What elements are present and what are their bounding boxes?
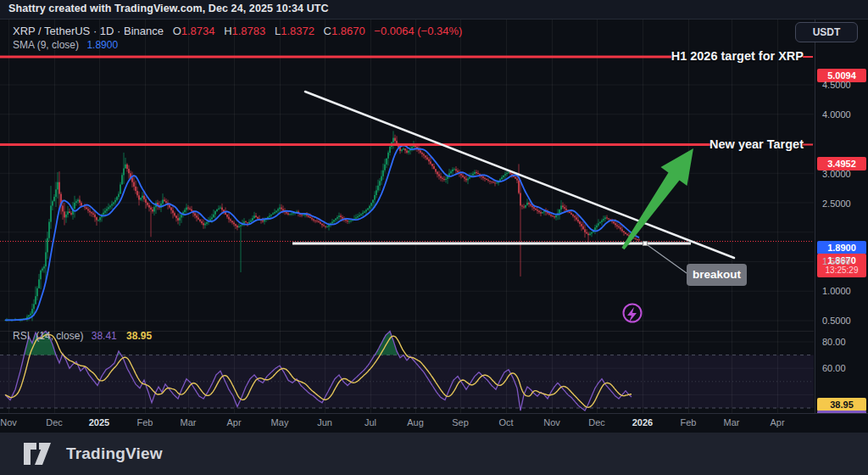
time-axis-tick: Feb xyxy=(670,417,707,428)
price-axis-tick: 80.00 xyxy=(822,336,846,348)
time-axis-tick: Dec xyxy=(578,417,615,428)
target2-annotation-text[interactable]: New year Target xyxy=(709,137,804,151)
open-prefix: O xyxy=(173,25,181,37)
attribution-bar: Shattry created with TradingView.com, De… xyxy=(0,0,868,20)
rsi-value: 38.41 xyxy=(92,330,117,342)
time-axis-tick: Aug xyxy=(397,417,434,428)
rsi-title: RSI xyxy=(13,330,30,342)
time-axis[interactable]: NovDec2025FebMarAprMayJunJulAugSepOctNov… xyxy=(0,413,868,433)
attribution-text: Shattry created with TradingView.com, De… xyxy=(8,3,329,14)
price-axis[interactable]: 5.0094 3.4952 1.8900 1.8670 13:25:29 38.… xyxy=(815,19,868,413)
target1-annotation-text[interactable]: H1 2026 target for XRP xyxy=(671,49,804,63)
symbol-title: XRP / TetherUS · 1D · Binance xyxy=(13,25,164,37)
price-axis-tick: 0.5000 xyxy=(822,315,851,327)
sma-legend: SMA (9, close) 1.8900 xyxy=(13,39,118,51)
tradingview-logo-text: TradingView xyxy=(66,444,163,463)
tradingview-chart-window: Shattry created with TradingView.com, De… xyxy=(0,0,868,475)
price-axis-tick: 3.0000 xyxy=(822,168,851,180)
rsi-params: (14, close) xyxy=(36,330,83,342)
price-axis-tick: 1.0000 xyxy=(822,285,851,297)
change-value: −0.0064 (−0.34%) xyxy=(374,25,462,37)
time-axis-tick: May xyxy=(261,417,298,428)
time-axis-tick: Jun xyxy=(306,417,343,428)
rsi-ma-value: 38.95 xyxy=(126,330,152,342)
time-axis-tick: Apr xyxy=(215,417,253,428)
open-value: 1.8734 xyxy=(181,25,215,37)
time-axis-tick: 2025 xyxy=(81,417,118,428)
time-axis-tick: Nov xyxy=(0,417,27,428)
tradingview-logo-icon xyxy=(24,443,58,465)
price-axis-tick: 4.5000 xyxy=(822,79,851,91)
low-value: 1.8372 xyxy=(281,25,314,37)
time-axis-tick: Jul xyxy=(352,417,389,428)
rsi-ma-axis-label: 38.95 xyxy=(817,398,866,411)
rsi-legend: RSI (14, close) 38.41 38.95 xyxy=(13,330,152,342)
chart-canvas[interactable] xyxy=(0,0,868,475)
time-axis-tick: Oct xyxy=(487,417,525,428)
time-axis-tick: Mar xyxy=(170,417,207,428)
close-value: 1.8670 xyxy=(331,25,365,37)
time-axis-tick: Feb xyxy=(126,417,164,428)
price-axis-tick: 60.00 xyxy=(822,362,846,374)
sma-price-label: 1.8900 xyxy=(817,241,866,254)
time-axis-tick: 2026 xyxy=(624,417,661,428)
price-axis-tick: 4.0000 xyxy=(822,109,851,120)
close-prefix: C xyxy=(324,25,331,37)
high-value: 1.8783 xyxy=(232,25,266,37)
price-axis-tick: 1.5000 xyxy=(822,255,851,267)
sma-value: 1.8900 xyxy=(86,39,118,51)
high-prefix: H xyxy=(224,25,231,37)
time-axis-tick: Sep xyxy=(442,417,479,428)
tradingview-logo[interactable]: TradingView xyxy=(24,443,163,465)
sma-title: SMA (9, close) xyxy=(13,39,79,51)
currency-toggle-button[interactable]: USDT xyxy=(795,22,858,42)
symbol-legend: XRP / TetherUS · 1D · Binance O1.8734 H1… xyxy=(13,25,462,37)
time-axis-tick: Nov xyxy=(533,417,570,428)
time-axis-tick: Dec xyxy=(36,417,73,428)
footer-bar: TradingView xyxy=(0,433,868,475)
time-axis-tick: Mar xyxy=(713,417,750,428)
time-axis-tick: Apr xyxy=(759,417,796,428)
breakout-callout[interactable]: breakout xyxy=(687,264,747,286)
price-axis-tick: 2.5000 xyxy=(822,198,851,210)
